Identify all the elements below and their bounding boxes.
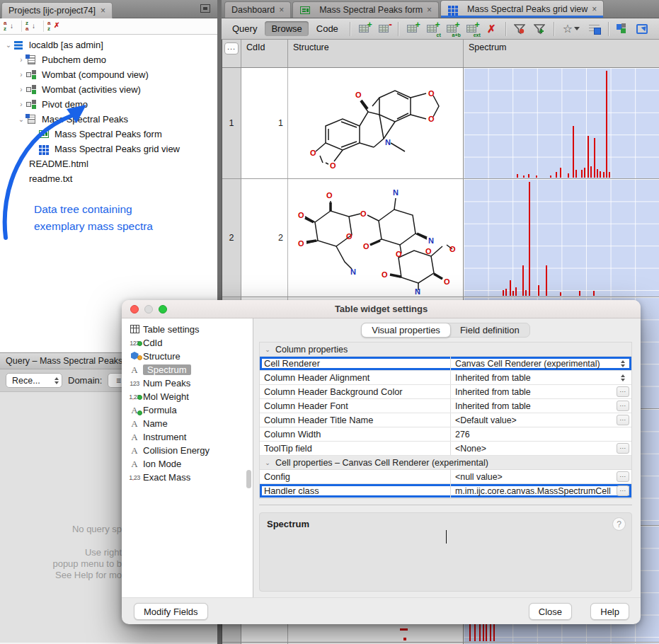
property-control: [614, 371, 631, 384]
tree-expander-icon[interactable]: ›: [17, 100, 25, 108]
column-header-cdid[interactable]: CdId: [241, 40, 288, 67]
remove-row-icon[interactable]: -: [375, 21, 393, 37]
table-row[interactable]: 1 1 O: [222, 68, 659, 179]
add-calculated-field-icon[interactable]: +a+b: [443, 21, 461, 37]
tree-item[interactable]: Mass Spectral Peaks grid view: [0, 142, 217, 156]
query-hint-text: Use right: [0, 547, 122, 558]
tree-item[interactable]: Mass Spectral Peaks form: [0, 127, 217, 142]
ellipsis-button[interactable]: ...: [617, 415, 629, 425]
tree-item[interactable]: ⌄Mass Spectral Peaks: [0, 112, 217, 127]
sort-descending-button[interactable]: za↓: [25, 21, 40, 33]
grid-options-button[interactable]: ...: [224, 42, 239, 54]
settings-tree-item[interactable]: Table settings: [122, 323, 253, 336]
tree-scrollbar[interactable]: [246, 470, 251, 488]
tree-expander-icon[interactable]: ⌄: [17, 115, 25, 123]
close-button[interactable]: Close: [529, 603, 572, 620]
close-window-icon[interactable]: [130, 305, 139, 314]
close-icon[interactable]: ×: [279, 5, 284, 15]
tab-projects[interactable]: Projects [ijc-project74] ×: [1, 2, 113, 18]
recent-queries-select[interactable]: Rece...: [6, 373, 62, 388]
filter-icon[interactable]: [511, 21, 529, 37]
settings-tree-item[interactable]: AFormula: [122, 403, 253, 417]
view-icon: [25, 69, 38, 80]
tab-visual-properties[interactable]: Visual properties: [361, 323, 451, 338]
section-header[interactable]: ⌄Cell properties – Canvas Cell Renderer …: [260, 456, 631, 470]
zoom-window-icon[interactable]: [159, 305, 167, 314]
delete-field-icon[interactable]: ✗: [483, 21, 500, 37]
tab-dashboard[interactable]: Dashboard×: [224, 1, 291, 18]
minimize-window-icon[interactable]: [144, 305, 153, 314]
minimize-panel-icon[interactable]: [200, 4, 210, 13]
tree-item[interactable]: ›Wombat (activities view): [0, 82, 217, 97]
property-row[interactable]: Cell RendererCanvas Cell Renderer (exper…: [260, 357, 631, 371]
close-icon[interactable]: ×: [101, 6, 105, 16]
column-header-spectrum[interactable]: Spectrum: [464, 40, 659, 67]
tab-mass-spectral-peaks-grid-view[interactable]: Mass Spectral Peaks grid view×: [440, 0, 604, 18]
mode-button-query[interactable]: Query: [226, 21, 263, 36]
close-icon[interactable]: ×: [592, 4, 597, 14]
add-extension-field-icon[interactable]: +ext: [463, 21, 481, 37]
favorites-icon[interactable]: ☆: [559, 21, 583, 37]
settings-tree-label: Ion Mode: [143, 459, 181, 469]
mode-button-browse[interactable]: Browse: [265, 21, 308, 36]
settings-tree-item[interactable]: 1,23Exact Mass: [122, 471, 253, 484]
close-icon[interactable]: ×: [427, 5, 432, 15]
save-list-icon[interactable]: [585, 21, 603, 37]
column-header-structure[interactable]: Structure: [288, 40, 464, 67]
views-icon[interactable]: [614, 21, 631, 37]
property-row[interactable]: Column Header FontInherited from table..…: [260, 399, 631, 413]
property-row[interactable]: Handler classm.im.ijc.core.canvas.MassSp…: [260, 484, 631, 498]
settings-tree-item[interactable]: 1,23Mol Weight: [122, 390, 253, 403]
stepper-icon[interactable]: [621, 358, 625, 369]
ellipsis-button[interactable]: ...: [617, 485, 629, 496]
settings-tree-item[interactable]: Structure: [122, 350, 253, 363]
settings-tree-item[interactable]: 123CdId: [122, 336, 253, 350]
property-row[interactable]: Column Width276: [260, 427, 631, 442]
settings-tree-item[interactable]: 123Num Peaks: [122, 376, 253, 390]
tree-item[interactable]: ›Pubchem demo: [0, 52, 217, 67]
settings-tree-item[interactable]: ASpectrum: [122, 363, 253, 376]
tree-item[interactable]: README.html: [0, 156, 217, 171]
add-field-icon[interactable]: +: [403, 21, 421, 37]
ellipsis-button[interactable]: ...: [617, 443, 629, 454]
table-row[interactable]: 2 2 O: [222, 179, 659, 297]
modify-fields-button[interactable]: Modify Fields: [134, 603, 208, 620]
field-description-panel[interactable]: Spectrum ?: [259, 512, 632, 592]
add-chemical-terms-field-icon[interactable]: +ct: [423, 21, 441, 37]
property-row[interactable]: Column Header AlignmentInherited from ta…: [260, 371, 631, 385]
add-filter-icon[interactable]: [531, 21, 549, 37]
settings-tree-item[interactable]: AInstrument: [122, 430, 253, 444]
dialog-titlebar[interactable]: Table widget settings: [122, 300, 641, 318]
settings-tree-item[interactable]: ACollision Energy: [122, 444, 253, 457]
sort-ascending-button[interactable]: az↓: [3, 21, 18, 33]
tree-expander-icon[interactable]: ›: [17, 56, 25, 64]
add-row-icon[interactable]: +: [355, 21, 373, 37]
property-row[interactable]: Column Header Background ColorInherited …: [260, 385, 631, 399]
tree-item[interactable]: ›Wombat (compound view): [0, 67, 217, 82]
svg-text:O: O: [330, 161, 336, 170]
property-row[interactable]: ToolTip field<None>...: [260, 442, 631, 456]
tab-field-definition[interactable]: Field definition: [450, 323, 529, 337]
stepper-icon[interactable]: [621, 372, 625, 384]
mode-button-code[interactable]: Code: [310, 21, 345, 36]
help-icon[interactable]: ?: [612, 517, 626, 531]
tree-expander-icon[interactable]: ›: [17, 71, 25, 79]
ellipsis-button[interactable]: ...: [617, 471, 629, 482]
ellipsis-button[interactable]: ...: [617, 386, 629, 397]
tree-item-label: Mass Spectral Peaks form: [55, 129, 162, 139]
section-header[interactable]: ⌄Column properties: [260, 343, 631, 357]
tree-item[interactable]: ⌄localdb [as admin]: [0, 38, 217, 52]
property-row[interactable]: Column Header Title Name<Default value>.…: [260, 413, 631, 427]
settings-tree-item[interactable]: AName: [122, 417, 253, 430]
tree-expander-icon[interactable]: ⌄: [4, 41, 13, 49]
tree-expander-icon[interactable]: ›: [17, 86, 25, 93]
ellipsis-button[interactable]: ...: [617, 401, 629, 411]
help-button[interactable]: Help: [590, 603, 629, 620]
tab-mass-spectral-peaks-form[interactable]: Mass Spectral Peaks form×: [292, 1, 439, 18]
tree-item[interactable]: ›Pivot demo: [0, 97, 217, 112]
property-row[interactable]: Config<null value>...: [260, 470, 631, 484]
tree-item[interactable]: readme.txt: [0, 171, 217, 186]
clear-sort-button[interactable]: az✗: [47, 21, 62, 33]
settings-tree-item[interactable]: AIon Mode: [122, 457, 253, 471]
export-icon[interactable]: [634, 21, 651, 37]
